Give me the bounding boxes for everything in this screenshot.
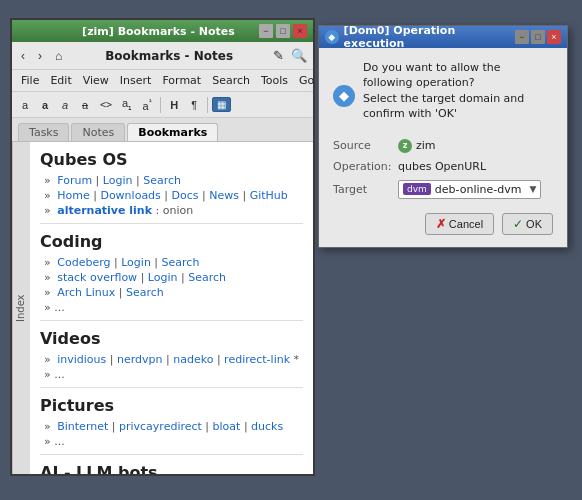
link-bloat[interactable]: bloat: [213, 420, 241, 433]
menu-file[interactable]: File: [16, 72, 44, 89]
minimize-button[interactable]: −: [259, 24, 273, 38]
tab-tasks[interactable]: Tasks: [18, 123, 69, 141]
bullet-icon: »: [44, 189, 54, 202]
link-downloads[interactable]: Downloads: [100, 189, 160, 202]
dialog-close-button[interactable]: ×: [547, 30, 561, 44]
dialog-info-icon: ◆: [333, 85, 355, 107]
dialog-operation-row: Operation: qubes OpenURL: [333, 160, 553, 173]
x-icon: ✗: [436, 217, 446, 231]
list-item: » invidious | nerdvpn | nadeko | redirec…: [40, 353, 303, 366]
home-button[interactable]: ⌂: [50, 46, 67, 66]
bullet-icon: »: [44, 420, 54, 433]
link-codeberg[interactable]: Codeberg: [57, 256, 110, 269]
link-news[interactable]: News: [209, 189, 239, 202]
toolbar-normal-text[interactable]: a: [16, 97, 34, 113]
link-archlinux[interactable]: Arch Linux: [57, 286, 115, 299]
nav-title: Bookmarks - Notes: [70, 49, 268, 63]
link-login-stackoverflow[interactable]: Login: [148, 271, 178, 284]
bullet-icon: »: [44, 286, 54, 299]
bullet-icon: »: [44, 204, 54, 217]
link-search-stackoverflow[interactable]: Search: [188, 271, 226, 284]
tabs-bar: Tasks Notes Bookmarks: [12, 118, 313, 142]
zim-body: Index Qubes OS » Forum | Login | Search …: [12, 142, 313, 474]
menu-insert[interactable]: Insert: [115, 72, 157, 89]
menu-go[interactable]: Go: [294, 72, 319, 89]
back-button[interactable]: ‹: [16, 46, 30, 66]
toolbar-bold[interactable]: a: [36, 97, 54, 113]
dialog-logo-icon: ◆: [325, 30, 339, 44]
link-ducks[interactable]: ducks: [251, 420, 283, 433]
menu-view[interactable]: View: [78, 72, 114, 89]
cancel-button[interactable]: ✗ Cancel: [425, 213, 494, 235]
link-login-codeberg[interactable]: Login: [121, 256, 151, 269]
forward-button[interactable]: ›: [33, 46, 47, 66]
ok-button[interactable]: ✓ OK: [502, 213, 553, 235]
list-item: » ...: [40, 301, 303, 314]
dialog-titlebar: ◆ [Dom0] Operation execution − □ ×: [319, 26, 567, 48]
toolbar-paragraph[interactable]: ¶: [185, 97, 203, 113]
list-item: » stack overflow | Login | Search: [40, 271, 303, 284]
list-item: » Binternet | privcayredirect | bloat | …: [40, 420, 303, 433]
zim-content: Qubes OS » Forum | Login | Search » Home…: [30, 142, 313, 474]
zim-window: [zim] Bookmarks - Notes − □ × ‹ › ⌂ Book…: [10, 18, 315, 476]
list-item: » Codeberg | Login | Search: [40, 256, 303, 269]
list-item: » alternative link : onion: [40, 204, 303, 217]
search-icon-button[interactable]: 🔍: [289, 46, 309, 65]
zim-titlebar: [zim] Bookmarks - Notes − □ ×: [12, 20, 313, 42]
menu-format[interactable]: Format: [157, 72, 206, 89]
toolbar-heading[interactable]: H: [165, 97, 183, 113]
link-login-qubes[interactable]: Login: [103, 174, 133, 187]
maximize-button[interactable]: □: [276, 24, 290, 38]
operation-label: Operation:: [333, 160, 398, 173]
target-badge: dvm: [403, 183, 431, 195]
toolbar-special-button[interactable]: ▦: [212, 97, 231, 112]
menu-search[interactable]: Search: [207, 72, 255, 89]
dialog-source-row: Source z zim: [333, 139, 553, 153]
bullet-icon: »: [44, 174, 54, 187]
target-text: deb-online-dvm: [435, 183, 522, 196]
bullet-icon: »: [44, 271, 54, 284]
section-qubes-os: Qubes OS: [40, 150, 303, 169]
toolbar-italic[interactable]: a: [56, 97, 74, 113]
dialog-maximize-button[interactable]: □: [531, 30, 545, 44]
dialog-window: ◆ [Dom0] Operation execution − □ × ◆ Do …: [318, 25, 568, 248]
bullet-icon: »: [44, 256, 54, 269]
link-alternative[interactable]: alternative link: [57, 204, 152, 217]
link-search-codeberg[interactable]: Search: [162, 256, 200, 269]
link-privcayredirect[interactable]: privcayredirect: [119, 420, 202, 433]
close-button[interactable]: ×: [293, 24, 307, 38]
toolbar-strikethrough[interactable]: a: [76, 97, 94, 113]
edit-icon-button[interactable]: ✎: [271, 46, 286, 65]
separator-1: [40, 223, 303, 224]
tab-bookmarks[interactable]: Bookmarks: [127, 123, 218, 141]
link-forum[interactable]: Forum: [57, 174, 92, 187]
menu-edit[interactable]: Edit: [45, 72, 76, 89]
link-search-qubes[interactable]: Search: [143, 174, 181, 187]
link-redirect[interactable]: redirect-link: [224, 353, 290, 366]
list-item: » Forum | Login | Search: [40, 174, 303, 187]
link-stackoverflow[interactable]: stack overflow: [57, 271, 137, 284]
separator-3: [40, 387, 303, 388]
menu-tools[interactable]: Tools: [256, 72, 293, 89]
link-binternet[interactable]: Binternet: [57, 420, 108, 433]
tab-notes[interactable]: Notes: [71, 123, 125, 141]
toolbar-superscript[interactable]: a¹: [138, 95, 156, 114]
link-home[interactable]: Home: [57, 189, 89, 202]
link-github[interactable]: GitHub: [250, 189, 288, 202]
link-docs[interactable]: Docs: [172, 189, 199, 202]
toolbar-code[interactable]: <>: [96, 97, 116, 112]
target-label: Target: [333, 183, 398, 196]
link-search-archlinux[interactable]: Search: [126, 286, 164, 299]
source-value: z zim: [398, 139, 436, 153]
toolbar-separator-2: [207, 97, 208, 113]
link-nadeko[interactable]: nadeko: [173, 353, 213, 366]
target-dropdown[interactable]: dvm deb-online-dvm ▼: [398, 180, 541, 199]
toolbar-subscript[interactable]: a₁: [118, 95, 136, 114]
link-nerdvpn[interactable]: nerdvpn: [117, 353, 163, 366]
link-invidious[interactable]: invidious: [57, 353, 106, 366]
source-text: zim: [416, 139, 436, 152]
dialog-question-text: Do you want to allow the following opera…: [363, 60, 553, 122]
separator-4: [40, 454, 303, 455]
bullet-icon: »: [44, 353, 54, 366]
dialog-minimize-button[interactable]: −: [515, 30, 529, 44]
